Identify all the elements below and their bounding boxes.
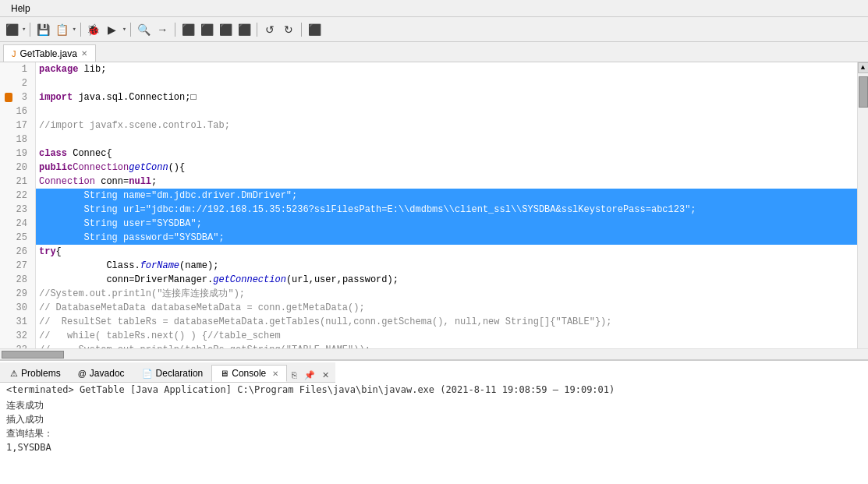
toolbar-btn-nav1[interactable]: ⬛ (179, 21, 197, 38)
line-num-22: 22 (5, 189, 30, 203)
line-num-29: 29 (5, 287, 30, 301)
line-num-27: 27 (5, 259, 30, 273)
toolbar-btn-misc[interactable]: ⬛ (306, 21, 323, 38)
horizontal-scrollbar[interactable] (0, 348, 868, 359)
toolbar-btn-debug[interactable]: 🐞 (85, 21, 102, 38)
line-num-3: 3 (5, 90, 30, 104)
console-line-4: 1,SYSDBA (6, 440, 862, 454)
toolbar-new-arrow[interactable]: ▾ (22, 25, 26, 34)
vscroll-thumb[interactable] (859, 76, 868, 108)
editor-tab-bar: J GetTable.java ✕ (0, 42, 868, 62)
code-line-17: //import javafx.scene.control.Tab; (36, 118, 857, 132)
tab-problems[interactable]: ⚠ Problems (2, 365, 69, 382)
editor-tab-gettable[interactable]: J GetTable.java ✕ (3, 44, 96, 62)
toolbar-btn-next[interactable]: → (154, 21, 171, 38)
code-line-18 (36, 132, 857, 147)
code-line-26: try{ (36, 245, 857, 259)
toolbar-btn-fwd[interactable]: ↻ (280, 21, 297, 38)
toolbar-btn-save[interactable]: 💾 (34, 21, 51, 38)
tab-close-btn[interactable]: ✕ (81, 49, 87, 58)
toolbar-btn-nav2[interactable]: ⬛ (198, 21, 215, 38)
console-content: <terminated> GetTable [Java Application]… (0, 381, 868, 484)
bottom-btn-pin[interactable]: 📌 (303, 368, 317, 382)
line-num-24: 24 (5, 217, 30, 231)
sep6 (301, 23, 302, 37)
console-line-1: 连表成功 (6, 398, 862, 412)
toolbar-btn-back[interactable]: ↺ (261, 21, 278, 38)
vscroll-up-btn[interactable]: ▲ (858, 62, 869, 73)
code-line-23: String url="jdbc:dm://192.168.15.35:5236… (36, 203, 857, 217)
tab-javadoc-label: Javadoc (90, 368, 125, 379)
code-content[interactable]: package lib; import java.sql.Connection;… (36, 62, 857, 348)
problems-icon: ⚠ (10, 369, 18, 379)
line-num-16: 16 (5, 104, 30, 118)
console-line-2: 插入成功 (6, 412, 862, 426)
menu-help[interactable]: Help (6, 2, 35, 15)
console-icon: 🖥 (220, 369, 229, 378)
code-line-16 (36, 104, 857, 118)
line-num-30: 30 (5, 301, 30, 315)
tab-problems-label: Problems (21, 368, 61, 379)
code-line-27: Class.forName(name); (36, 259, 857, 273)
code-line-29: //System.out.println("连接库连接成功"); (36, 287, 857, 301)
code-line-21: Connection conn=null; (36, 175, 857, 189)
toolbar-btn-search[interactable]: 🔍 (135, 21, 152, 38)
sep2 (80, 23, 81, 37)
tab-javadoc[interactable]: @ Javadoc (69, 365, 133, 382)
console-line-3: 查询结果： (6, 426, 862, 440)
line-num-26: 26 (5, 245, 30, 259)
toolbar-btn-nav4[interactable]: ⬛ (236, 21, 253, 38)
declaration-icon: 📄 (142, 369, 153, 379)
toolbar-btn-new[interactable]: ⬛ (3, 21, 20, 38)
editor-container: J GetTable.java ✕ 1 2 3 16 17 18 19 20 2… (0, 42, 868, 359)
console-header: <terminated> GetTable [Java Application]… (6, 384, 862, 395)
console-tab-close[interactable]: ✕ (272, 369, 278, 378)
code-line-22: String name="dm.jdbc.driver.DmDriver"; (36, 189, 857, 203)
line-num-20: 20 (5, 161, 30, 175)
code-line-31: // ResultSet tableRs = databaseMetaData.… (36, 315, 857, 329)
line-num-23: 23 (5, 203, 30, 217)
code-line-28: conn=DriverManager.getConnection(url,use… (36, 273, 857, 287)
code-line-3: import java.sql.Connection;□ (36, 90, 857, 104)
line-num-33: 33 (5, 343, 30, 348)
bottom-tabs-row: ⚠ Problems @ Javadoc 📄 Declaration 🖥 Con… (0, 362, 866, 383)
bottom-btn-close[interactable]: ✕ (318, 368, 332, 382)
code-line-25: String password="SYSDBA"; (36, 231, 857, 245)
bottom-tab-bar: ⚠ Problems @ Javadoc 📄 Declaration 🖥 Con… (0, 362, 335, 383)
line-num-32: 32 (5, 329, 30, 343)
toolbar-save-arrow[interactable]: ▾ (72, 25, 76, 34)
toolbar-btn-run[interactable]: ▶ (104, 21, 121, 38)
bottom-panel: ⚠ Problems @ Javadoc 📄 Declaration 🖥 Con… (0, 359, 868, 484)
tab-label: GetTable.java (20, 48, 77, 59)
tab-console-label: Console (232, 368, 266, 379)
toolbar-run-arrow[interactable]: ▾ (122, 25, 126, 34)
toolbar-btn-save2[interactable]: 📋 (53, 21, 70, 38)
sep4 (175, 23, 175, 37)
tab-java-icon: J (12, 49, 16, 58)
code-line-2 (36, 76, 857, 90)
line-num-28: 28 (5, 273, 30, 287)
vertical-scrollbar[interactable]: ▲ (857, 62, 868, 348)
code-line-20: public Connection getConn(){ (36, 161, 857, 175)
code-line-33: // System.out.println(tableRs.getString(… (36, 343, 857, 348)
line-num-17: 17 (5, 118, 30, 132)
line-num-1: 1 (5, 62, 30, 76)
toolbar: ⬛ ▾ 💾 📋 ▾ 🐞 ▶ ▾ 🔍 → ⬛ ⬛ ⬛ ⬛ ↺ ↻ ⬛ (0, 17, 868, 42)
line-num-31: 31 (5, 315, 30, 329)
editor-area: 1 2 3 16 17 18 19 20 21 22 23 24 25 26 2… (0, 62, 868, 348)
code-line-30: // DatabaseMetaData databaseMetaData = c… (36, 301, 857, 315)
code-lines: package lib; import java.sql.Connection;… (36, 62, 857, 348)
line-num-25: 25 (5, 231, 30, 245)
bottom-btn-copy[interactable]: ⎘ (287, 368, 301, 382)
sep5 (257, 23, 257, 37)
hscroll-thumb[interactable] (2, 351, 64, 359)
toolbar-btn-nav3[interactable]: ⬛ (217, 21, 234, 38)
code-line-24: String user="SYSDBA"; (36, 217, 857, 231)
line-num-19: 19 (5, 147, 30, 161)
tab-declaration[interactable]: 📄 Declaration (133, 365, 212, 382)
line-numbers: 1 2 3 16 17 18 19 20 21 22 23 24 25 26 2… (0, 62, 36, 348)
tab-console[interactable]: 🖥 Console ✕ (211, 365, 287, 382)
sep1 (30, 23, 30, 37)
menu-bar: Help (0, 0, 868, 17)
sep3 (130, 23, 131, 37)
